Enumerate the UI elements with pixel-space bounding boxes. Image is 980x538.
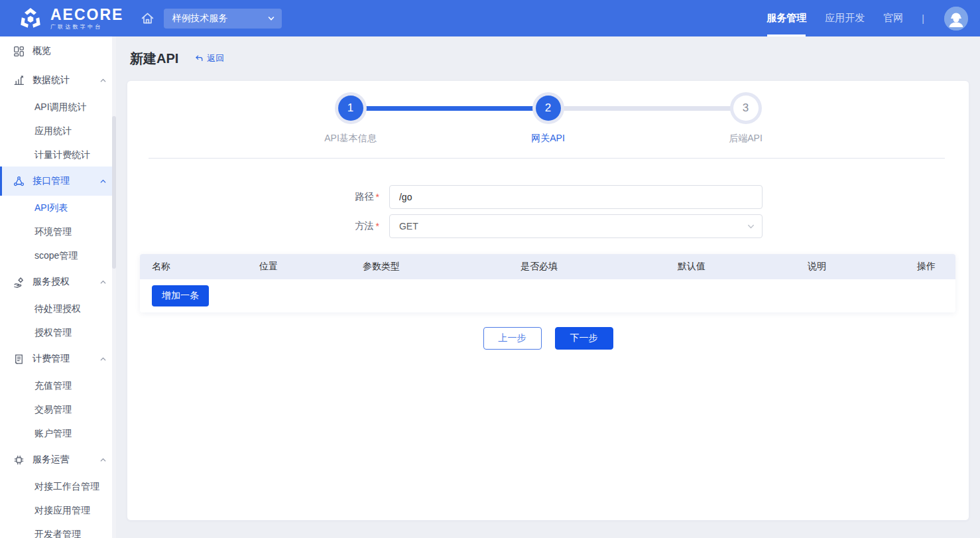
page-title: 新建API [130,50,178,68]
sidebar-item-workbench-mgmt[interactable]: 对接工作台管理 [0,474,116,498]
service-select-value: 样例技术服务 [172,13,267,25]
chevron-up-icon[interactable] [99,279,107,286]
chevron-up-icon[interactable] [99,456,107,464]
brand-logo: AECORE 广联达数字中台 [17,5,123,32]
step-circle-2: 2 [536,96,561,121]
col-position: 位置 [259,261,363,273]
sidebar-item-billing-mgmt[interactable]: 计费管理 [0,344,116,373]
next-step-button[interactable]: 下一步 [555,327,613,350]
path-required-mark: * [376,192,379,202]
wizard-actions: 上一步 下一步 [127,327,969,350]
col-description: 说明 [808,261,917,273]
col-required: 是否必填 [521,261,678,273]
billing-icon [13,353,25,365]
page-header: 新建API 返回 [116,36,980,80]
method-select[interactable]: GET [389,214,763,238]
gateway-api-form: 路径 * 方法 * GET [127,185,969,238]
col-name: 名称 [152,261,259,273]
step-api-basic-info: 1 API基本信息 [336,96,366,121]
sidebar-item-app-stats[interactable]: 应用统计 [0,119,116,143]
params-table-header: 名称 位置 参数类型 是否必填 默认值 说明 操作 [140,254,955,279]
topbar: AECORE 广联达数字中台 样例技术服务 服务管理 应用开发 官网 | [0,0,980,36]
sidebar-item-service-ops[interactable]: 服务运营 [0,445,116,474]
brand-subtitle: 广联达数字中台 [50,25,123,30]
method-required-mark: * [376,221,379,232]
sidebar-item-auth-mgmt[interactable]: 授权管理 [0,320,116,344]
service-select[interactable]: 样例技术服务 [164,9,282,29]
sidebar-item-account-mgmt[interactable]: 账户管理 [0,421,116,445]
brand-name: AECORE [50,7,123,23]
sidebar: 概览 数据统计 API调用统计 应用统计 计量计费统计 接口管理 API列表 [0,36,116,538]
col-param-type: 参数类型 [363,261,521,273]
sidebar-item-integration-app-mgmt[interactable]: 对接应用管理 [0,498,116,522]
path-field-row: 路径 * [334,185,763,209]
sidebar-item-label: 服务运营 [32,454,70,466]
user-avatar[interactable] [944,7,968,31]
method-field-row: 方法 * GET [334,214,763,238]
topbar-separator: | [922,13,924,24]
sidebar-scrollbar-thumb[interactable] [112,116,116,269]
back-link[interactable]: 返回 [194,52,224,64]
sidebar-item-developer-mgmt[interactable]: 开发者管理 [0,522,116,538]
top-nav-service-mgmt[interactable]: 服务管理 [766,0,806,36]
home-icon[interactable] [141,11,154,25]
step-backend-api: 3 后端API [731,96,761,121]
method-select-value: GET [399,221,747,232]
step-circle-1: 1 [338,96,363,121]
sidebar-item-scope-mgmt[interactable]: scope管理 [0,243,116,267]
back-icon [194,54,204,63]
sidebar-item-label: 服务授权 [32,276,70,288]
prev-step-button[interactable]: 上一步 [483,327,542,350]
col-default-value: 默认值 [678,261,808,273]
sidebar-item-data-stats[interactable]: 数据统计 [0,66,116,95]
sidebar-scrollbar[interactable] [112,36,116,538]
top-nav: 服务管理 应用开发 官网 | [766,0,968,36]
chevron-up-icon[interactable] [99,178,107,185]
step-label-2: 网关API [531,133,565,145]
sidebar-item-pending-auth[interactable]: 待处理授权 [0,297,116,320]
sidebar-item-label: 数据统计 [32,74,70,86]
sidebar-item-interface-mgmt[interactable]: 接口管理 [0,167,116,196]
params-table-empty-row: 增加一条 [140,279,955,312]
back-label: 返回 [207,52,224,64]
params-table: 名称 位置 参数类型 是否必填 默认值 说明 操作 增加一条 [140,254,955,312]
sidebar-item-label: 接口管理 [32,175,70,187]
ops-icon [13,454,25,466]
add-row-button[interactable]: 增加一条 [152,285,209,306]
overview-icon [13,45,25,57]
step-circle-3: 3 [733,96,759,121]
stepper: 1 API基本信息 2 网关API 3 后端API [127,81,969,121]
sidebar-item-transaction-mgmt[interactable]: 交易管理 [0,397,116,421]
sidebar-item-service-auth[interactable]: 服务授权 [0,267,116,297]
step-label-3: 后端API [729,133,763,145]
chevron-down-icon [267,15,275,23]
main-content: 新建API 返回 1 API基本信息 2 网关API [116,36,980,538]
path-label: 路径 [334,191,374,203]
api-icon [13,175,25,187]
sidebar-item-label: 概览 [32,45,51,57]
stepper-connector-pending [560,106,734,111]
top-nav-app-dev[interactable]: 应用开发 [825,0,865,36]
stepper-connector-filled [363,106,536,111]
chevron-down-icon [747,222,755,231]
chevron-up-icon[interactable] [99,356,107,363]
sidebar-item-overview[interactable]: 概览 [0,36,116,66]
path-input[interactable] [389,185,763,209]
brand-logo-icon [17,5,44,32]
chevron-up-icon[interactable] [99,77,107,84]
section-divider [149,158,945,159]
step-label-1: API基本信息 [324,133,377,145]
sidebar-item-env-mgmt[interactable]: 环境管理 [0,220,116,243]
sidebar-item-api-list[interactable]: API列表 [0,196,116,220]
sidebar-item-metering-billing-stats[interactable]: 计量计费统计 [0,143,116,167]
sidebar-item-label: 计费管理 [32,353,70,365]
col-actions: 操作 [917,261,955,273]
stats-icon [13,74,25,86]
sidebar-item-recharge-mgmt[interactable]: 充值管理 [0,373,116,397]
sidebar-item-api-call-stats[interactable]: API调用统计 [0,95,116,119]
top-nav-official-site[interactable]: 官网 [883,0,903,36]
auth-icon [13,276,25,288]
wizard-card: 1 API基本信息 2 网关API 3 后端API 路径 * 方法 [127,80,969,521]
method-label: 方法 [334,220,374,232]
step-gateway-api: 2 网关API [533,96,564,121]
